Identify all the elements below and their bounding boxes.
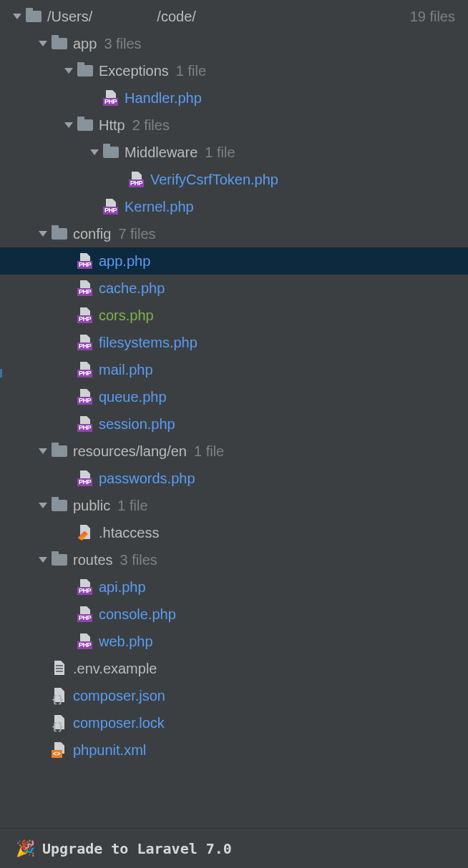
tree-item-label: Http xyxy=(99,117,125,134)
chevron-down-icon[interactable] xyxy=(39,557,47,563)
chevron-down-icon[interactable] xyxy=(39,503,47,508)
php-file-icon: PHP xyxy=(77,579,93,595)
tree-item-count: 1 file xyxy=(194,443,224,460)
tree-item-label: app.php xyxy=(99,253,150,270)
folder-icon xyxy=(26,11,42,22)
tree-item-label: passwords.php xyxy=(99,470,195,487)
php-file-icon: PHP xyxy=(77,389,93,405)
folder-icon xyxy=(52,228,67,240)
tree-item-count: 3 files xyxy=(120,552,157,568)
tree-item-label: app xyxy=(73,36,97,52)
tree-item-label: resources/lang/en xyxy=(73,443,187,460)
tree-item-label: public xyxy=(73,498,110,514)
tree-file-row[interactable]: PHPweb.php xyxy=(0,628,468,655)
tree-item-label: composer.json xyxy=(73,688,165,704)
php-file-icon: PHP xyxy=(77,416,93,432)
tree-folder-row[interactable]: resources/lang/en1 file xyxy=(0,438,468,465)
tree-item-label: filesystems.php xyxy=(99,335,198,351)
tree-file-row[interactable]: PHPapi.php xyxy=(0,573,468,601)
tree-item-label: config xyxy=(73,226,111,242)
tree-item-label: Kernel.php xyxy=(125,199,194,215)
php-file-icon: PHP xyxy=(77,470,93,486)
tree-file-row[interactable]: <>phpunit.xml xyxy=(0,736,468,764)
tree-item-count: 1 file xyxy=(176,63,206,79)
tree-item-label: web.php xyxy=(99,633,153,650)
tree-folder-row[interactable]: Middleware1 file xyxy=(0,139,468,166)
tree-folder-row[interactable]: routes3 files xyxy=(0,546,468,573)
folder-icon xyxy=(52,445,67,457)
json-file-icon: {} xyxy=(52,715,67,731)
tree-file-row[interactable]: PHPqueue.php xyxy=(0,383,468,410)
tree-folder-row[interactable]: Http2 files xyxy=(0,112,468,139)
tree-item-count: 7 files xyxy=(118,226,155,242)
chevron-down-icon[interactable] xyxy=(39,41,47,46)
tree-item-label: .htaccess xyxy=(99,525,159,541)
tree-item-label: cors.php xyxy=(99,307,154,324)
text-file-icon xyxy=(52,661,67,676)
status-bar[interactable]: 🎉 Upgrade to Laravel 7.0 xyxy=(0,828,468,868)
tree-item-label: VerifyCsrfToken.php xyxy=(150,172,278,188)
chevron-down-icon[interactable] xyxy=(39,231,47,237)
php-file-icon: PHP xyxy=(77,362,93,378)
php-file-icon: PHP xyxy=(103,90,119,106)
chevron-down-icon[interactable] xyxy=(64,122,73,128)
php-file-icon: PHP xyxy=(77,280,93,296)
tree-file-row[interactable]: PHPcors.php xyxy=(0,302,468,329)
tree-item-label: api.php xyxy=(99,579,146,596)
php-file-icon: PHP xyxy=(77,307,93,323)
chevron-down-icon[interactable] xyxy=(90,149,99,155)
tree-item-label: console.php xyxy=(99,606,176,623)
tree-item-label: mail.php xyxy=(99,362,153,378)
tree-file-row[interactable]: {}composer.lock xyxy=(0,709,468,736)
folder-icon xyxy=(77,119,93,131)
tree-folder-row[interactable]: config7 files xyxy=(0,220,468,247)
tree-file-row[interactable]: PHPKernel.php xyxy=(0,193,468,220)
tree-item-label: .env.example xyxy=(73,661,157,677)
tree-file-row[interactable]: PHPmail.php xyxy=(0,356,468,383)
tree-row-root[interactable]: /Users/ /code/ 19 files xyxy=(0,3,468,30)
status-text: Upgrade to Laravel 7.0 xyxy=(42,840,232,857)
tree-file-row[interactable]: PHPfilesystems.php xyxy=(0,329,468,356)
chevron-down-icon[interactable] xyxy=(13,14,21,19)
folder-icon xyxy=(52,554,67,566)
tree-item-label: routes xyxy=(73,552,113,568)
confetti-icon: 🎉 xyxy=(16,839,35,857)
xml-file-icon: <> xyxy=(52,742,67,758)
tree-file-row[interactable]: PHPVerifyCsrfToken.php xyxy=(0,166,468,193)
redacted-text xyxy=(92,9,157,24)
php-file-icon: PHP xyxy=(77,606,93,622)
tree-item-label: phpunit.xml xyxy=(73,742,146,759)
php-file-icon: PHP xyxy=(103,199,119,214)
tree-item-count: 2 files xyxy=(132,117,170,134)
tree-file-row[interactable]: PHPsession.php xyxy=(0,410,468,438)
redacted-text xyxy=(196,9,289,24)
chevron-down-icon[interactable] xyxy=(39,448,47,454)
php-file-icon: PHP xyxy=(77,335,93,350)
folder-icon xyxy=(77,65,93,77)
tree-file-row[interactable]: PHPconsole.php xyxy=(0,601,468,628)
file-tree: /Users/ /code/ 19 files app3 filesExcept… xyxy=(0,0,468,828)
tree-file-row[interactable]: .env.example xyxy=(0,655,468,682)
root-file-count: 19 files xyxy=(410,9,468,25)
tree-folder-row[interactable]: Exceptions1 file xyxy=(0,57,468,84)
tree-item-label: session.php xyxy=(99,416,175,433)
tree-file-row[interactable]: PHPpasswords.php xyxy=(0,465,468,492)
tree-file-row[interactable]: {}composer.json xyxy=(0,682,468,709)
tree-file-row[interactable]: .htaccess xyxy=(0,519,468,546)
tree-folder-row[interactable]: public1 file xyxy=(0,492,468,519)
tree-item-label: Exceptions xyxy=(99,63,169,79)
php-file-icon: PHP xyxy=(77,253,93,269)
tree-item-count: 1 file xyxy=(117,498,147,514)
tree-item-label: Middleware xyxy=(125,144,198,161)
tree-item-label: queue.php xyxy=(99,389,167,405)
json-file-icon: {} xyxy=(52,688,67,704)
tree-item-label: composer.lock xyxy=(73,715,165,731)
tree-file-row[interactable]: PHPcache.php xyxy=(0,275,468,302)
tree-folder-row[interactable]: app3 files xyxy=(0,30,468,57)
folder-icon xyxy=(52,38,67,49)
tree-item-label: cache.php xyxy=(99,280,165,297)
tree-file-row[interactable]: PHPapp.php xyxy=(0,247,468,275)
tree-item-count: 1 file xyxy=(205,144,235,161)
tree-file-row[interactable]: PHPHandler.php xyxy=(0,84,468,112)
chevron-down-icon[interactable] xyxy=(64,68,73,74)
